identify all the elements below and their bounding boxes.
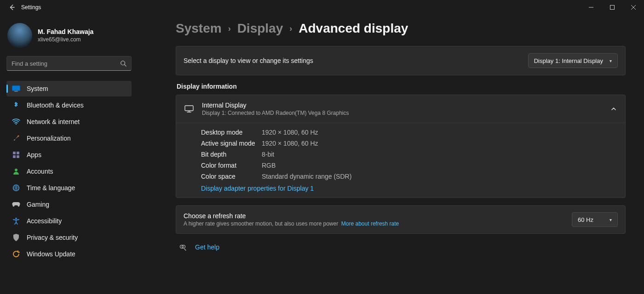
svg-point-10	[15, 169, 17, 171]
nav-label: Time & language	[27, 184, 75, 192]
svg-rect-3	[14, 91, 18, 92]
profile-email: xlive65@live.com	[38, 36, 93, 43]
display-info-card: Internal Display Display 1: Connected to…	[176, 95, 626, 198]
paintbrush-icon	[12, 134, 20, 142]
window-close-button[interactable]	[623, 0, 644, 15]
wifi-icon	[12, 118, 20, 126]
prop-desktop-mode: Desktop mode1920 × 1080, 60 Hz	[201, 127, 617, 138]
svg-rect-13	[185, 106, 193, 111]
adapter-properties-link[interactable]: Display adapter properties for Display 1	[201, 185, 617, 192]
prop-active-signal: Active signal mode1920 × 1080, 60 Hz	[201, 138, 617, 149]
refresh-rate-dropdown[interactable]: 60 Hz ▾	[572, 212, 618, 227]
nav-label: Privacy & security	[27, 234, 78, 241]
prop-color-space: Color spaceStandard dynamic range (SDR)	[201, 171, 617, 182]
section-title-display-info: Display information	[177, 83, 626, 90]
breadcrumb-l3: Advanced display	[299, 21, 408, 36]
nav-list: System Bluetooth & devices Network & int…	[6, 81, 132, 262]
refresh-more-link[interactable]: More about refresh rate	[341, 220, 399, 227]
svg-rect-6	[13, 152, 16, 154]
avatar	[7, 23, 32, 48]
shield-icon	[12, 233, 20, 242]
update-icon	[12, 250, 20, 258]
nav-item-bluetooth[interactable]: Bluetooth & devices	[6, 97, 132, 113]
nav-item-gaming[interactable]: Gaming	[6, 197, 132, 212]
chevron-down-icon: ▾	[610, 58, 612, 63]
display-selector-dropdown[interactable]: Display 1: Internal Display ▾	[528, 53, 618, 68]
get-help-row[interactable]: Get help	[176, 241, 626, 251]
svg-point-1	[121, 61, 125, 65]
nav-label: Personalization	[27, 135, 71, 142]
breadcrumb: System › Display › Advanced display	[176, 21, 626, 36]
monitor-icon	[184, 105, 194, 113]
nav-item-time[interactable]: Time & language	[6, 180, 132, 196]
select-display-card: Select a display to view or change its s…	[176, 46, 626, 75]
bluetooth-icon	[12, 101, 20, 109]
display-info-header[interactable]: Internal Display Display 1: Connected to…	[176, 95, 625, 123]
svg-rect-8	[13, 155, 16, 158]
nav-label: Accessibility	[27, 217, 62, 225]
nav-item-accounts[interactable]: Accounts	[6, 164, 132, 179]
back-button[interactable]	[5, 0, 19, 15]
chevron-right-icon: ›	[228, 24, 231, 34]
sidebar: M. Fahad Khawaja xlive65@live.com System…	[0, 15, 138, 294]
get-help-link[interactable]: Get help	[195, 243, 219, 251]
chevron-up-icon	[610, 106, 617, 112]
refresh-subtitle: A higher rate gives smoother motion, but…	[184, 220, 399, 227]
window-controls	[581, 0, 644, 15]
nav-item-apps[interactable]: Apps	[6, 147, 132, 163]
svg-point-4	[16, 124, 17, 124]
display-icon	[12, 85, 20, 93]
chevron-down-icon: ▾	[610, 217, 612, 222]
nav-label: Accounts	[27, 168, 53, 175]
nav-item-accessibility[interactable]: Accessibility	[6, 213, 132, 229]
svg-point-5	[18, 136, 19, 137]
nav-item-network[interactable]: Network & internet	[6, 114, 132, 130]
svg-rect-2	[12, 86, 20, 91]
refresh-title: Choose a refresh rate	[184, 212, 399, 220]
globe-clock-icon	[12, 184, 20, 192]
apps-icon	[12, 151, 20, 159]
nav-item-system[interactable]: System	[6, 81, 132, 96]
nav-label: Apps	[27, 151, 41, 158]
svg-rect-7	[17, 152, 19, 154]
breadcrumb-l1[interactable]: System	[176, 21, 222, 36]
main-panel: System › Display › Advanced display Sele…	[138, 15, 644, 294]
select-display-label: Select a display to view or change its s…	[184, 57, 313, 64]
display-subtitle: Display 1: Connected to AMD Radeon(TM) V…	[202, 110, 602, 116]
window-minimize-button[interactable]	[581, 0, 602, 15]
nav-label: Network & internet	[27, 118, 80, 125]
display-name: Internal Display	[202, 102, 602, 109]
profile-block[interactable]: M. Fahad Khawaja xlive65@live.com	[6, 23, 132, 54]
nav-item-update[interactable]: Windows Update	[6, 246, 132, 262]
window-maximize-button[interactable]	[602, 0, 623, 15]
back-arrow-icon	[9, 4, 15, 11]
app-title: Settings	[21, 4, 41, 11]
nav-label: Windows Update	[27, 250, 75, 258]
refresh-rate-card: Choose a refresh rate A higher rate give…	[176, 205, 626, 234]
titlebar: Settings	[0, 0, 644, 15]
svg-point-12	[15, 218, 17, 220]
display-selector-value: Display 1: Internal Display	[534, 57, 603, 64]
nav-label: Gaming	[27, 201, 49, 208]
search-box[interactable]	[6, 56, 132, 71]
search-icon	[120, 60, 126, 67]
svg-rect-0	[610, 6, 615, 10]
refresh-rate-value: 60 Hz	[578, 216, 593, 223]
nav-item-privacy[interactable]: Privacy & security	[6, 230, 132, 245]
accessibility-icon	[12, 217, 20, 225]
person-icon	[12, 167, 20, 175]
nav-label: System	[27, 85, 48, 92]
help-icon	[178, 243, 187, 251]
display-properties: Desktop mode1920 × 1080, 60 Hz Active si…	[176, 123, 625, 198]
gamepad-icon	[12, 200, 20, 209]
breadcrumb-l2[interactable]: Display	[237, 21, 283, 36]
nav-label: Bluetooth & devices	[27, 102, 84, 109]
chevron-right-icon: ›	[289, 24, 292, 34]
prop-bit-depth: Bit depth8-bit	[201, 149, 617, 160]
nav-item-personalization[interactable]: Personalization	[6, 130, 132, 146]
svg-rect-9	[17, 155, 19, 158]
profile-name: M. Fahad Khawaja	[38, 28, 93, 35]
search-input[interactable]	[12, 60, 120, 67]
prop-color-format: Color formatRGB	[201, 160, 617, 171]
